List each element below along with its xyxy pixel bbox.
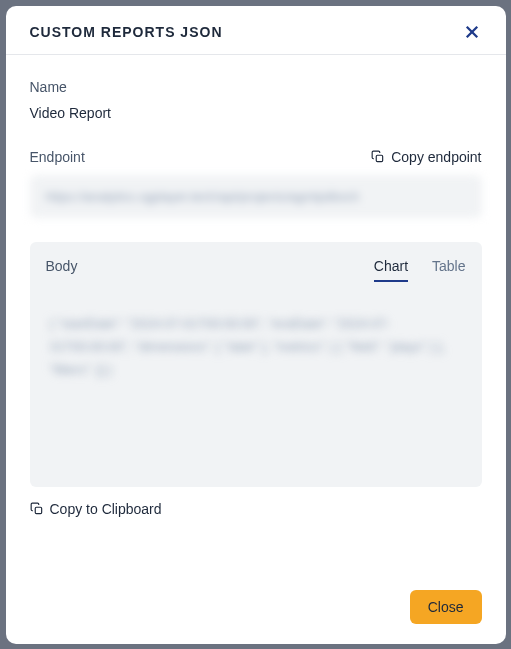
modal-title: CUSTOM REPORTS JSON xyxy=(30,24,223,40)
modal-header: CUSTOM REPORTS JSON xyxy=(6,6,506,55)
copy-endpoint-label: Copy endpoint xyxy=(391,149,481,165)
endpoint-row: Endpoint Copy endpoint xyxy=(30,149,482,165)
modal-body: Name Video Report Endpoint Copy endpoint… xyxy=(6,55,506,574)
copy-icon xyxy=(371,150,385,164)
endpoint-label: Endpoint xyxy=(30,149,85,165)
svg-rect-2 xyxy=(376,155,382,161)
body-panel-header: Body Chart Table xyxy=(46,258,466,282)
copy-icon xyxy=(30,502,44,516)
svg-rect-3 xyxy=(35,507,41,513)
name-value: Video Report xyxy=(30,105,482,121)
close-icon[interactable] xyxy=(462,22,482,42)
tab-table[interactable]: Table xyxy=(432,258,465,282)
body-label: Body xyxy=(46,258,78,274)
body-tabs: Chart Table xyxy=(374,258,466,282)
tab-chart[interactable]: Chart xyxy=(374,258,408,282)
custom-reports-modal: CUSTOM REPORTS JSON Name Video Report En… xyxy=(6,6,506,644)
body-content: { "startDate": "2024-07-01T00:00:00", "e… xyxy=(46,312,466,382)
endpoint-value: https://analytics.vgplayer.tech/api/proj… xyxy=(30,175,482,218)
copy-endpoint-button[interactable]: Copy endpoint xyxy=(371,149,481,165)
name-label: Name xyxy=(30,79,482,95)
copy-clipboard-label: Copy to Clipboard xyxy=(50,501,162,517)
modal-footer: Close xyxy=(6,574,506,644)
close-button[interactable]: Close xyxy=(410,590,482,624)
body-panel: Body Chart Table { "startDate": "2024-07… xyxy=(30,242,482,487)
copy-clipboard-button[interactable]: Copy to Clipboard xyxy=(30,501,482,517)
